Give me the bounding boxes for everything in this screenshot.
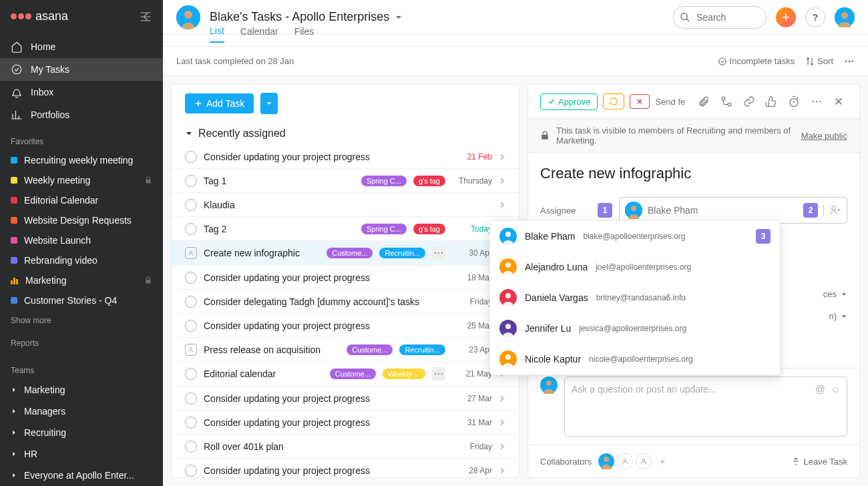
like-icon[interactable]: [763, 93, 780, 110]
team-item[interactable]: Marketing: [0, 379, 163, 401]
favorite-item[interactable]: Customer Stories - Q4: [0, 290, 163, 310]
nav-inbox[interactable]: Inbox: [0, 81, 163, 103]
favorite-item[interactable]: Marketing: [0, 270, 163, 290]
sidebar-collapse-icon[interactable]: [139, 10, 152, 23]
project-pill[interactable]: Custome...: [347, 344, 393, 355]
add-follower-icon[interactable]: [823, 204, 841, 216]
task-row[interactable]: Tag 1Spring C...g's tagThursday: [172, 169, 519, 193]
more-menu-icon[interactable]: [844, 56, 855, 67]
project-pill[interactable]: g's tag: [413, 224, 445, 234]
reject-button[interactable]: [630, 94, 650, 109]
tab-list[interactable]: List: [210, 25, 224, 43]
filter-incomplete[interactable]: Incomplete tasks: [718, 56, 795, 66]
project-pill[interactable]: Custome...: [327, 248, 373, 258]
task-row[interactable]: Klaudia: [172, 193, 519, 217]
project-pill[interactable]: g's tag: [413, 176, 445, 186]
collaborator-avatar[interactable]: [598, 453, 614, 469]
tab-files[interactable]: Files: [294, 26, 314, 42]
complete-checkbox[interactable]: [185, 199, 197, 211]
chevron-down-icon[interactable]: [841, 291, 847, 298]
empty-collaborator-slot[interactable]: [636, 453, 652, 469]
more-icon[interactable]: [808, 93, 825, 110]
more-pills-icon[interactable]: ⋯: [432, 367, 445, 381]
complete-checkbox[interactable]: [185, 393, 197, 405]
section-header[interactable]: Recently assigned: [172, 122, 519, 145]
favorite-item[interactable]: Weekly meeting: [0, 170, 163, 190]
approve-button[interactable]: Approve: [540, 93, 598, 110]
leave-task-button[interactable]: Leave Task: [791, 457, 847, 467]
project-pill[interactable]: Recruitin...: [379, 248, 425, 258]
task-row[interactable]: Press release on acquisitionCustome...Re…: [172, 338, 519, 362]
add-collaborator-button[interactable]: +: [654, 453, 670, 469]
task-row[interactable]: Consider updating your project progress3…: [172, 411, 519, 435]
task-row[interactable]: Consider updating your project progress2…: [172, 387, 519, 411]
complete-checkbox[interactable]: [185, 223, 197, 235]
approval-icon[interactable]: [185, 247, 197, 259]
nav-portfolios[interactable]: Portfolios: [0, 103, 163, 126]
tab-calendar[interactable]: Calendar: [240, 26, 278, 42]
complete-checkbox[interactable]: [185, 151, 197, 163]
complete-checkbox[interactable]: [185, 296, 197, 308]
comment-input[interactable]: Ask a question or post an update... @ ☺: [564, 377, 847, 437]
favorite-item[interactable]: Rebranding video: [0, 250, 163, 270]
complete-checkbox[interactable]: [185, 441, 197, 453]
subtask-icon[interactable]: [718, 93, 735, 110]
complete-checkbox[interactable]: [185, 368, 197, 380]
complete-checkbox[interactable]: [185, 175, 197, 187]
team-item[interactable]: Recruiting: [0, 422, 163, 443]
project-pill[interactable]: Spring C...: [361, 176, 407, 186]
complete-checkbox[interactable]: [185, 465, 197, 477]
make-public-link[interactable]: Make public: [801, 131, 847, 141]
request-changes-button[interactable]: [603, 93, 624, 109]
emoji-icon[interactable]: ☺: [831, 384, 840, 395]
more-pills-icon[interactable]: ⋯: [432, 246, 445, 260]
add-task-dropdown[interactable]: [260, 93, 278, 114]
complete-checkbox[interactable]: [185, 320, 197, 332]
team-item[interactable]: Everyone at Apollo Enter...: [0, 465, 163, 486]
attachment-icon[interactable]: [695, 93, 712, 110]
task-row[interactable]: Consider updating your project progress2…: [172, 145, 519, 169]
favorite-item[interactable]: Recruiting weekly meeting: [0, 150, 163, 170]
close-icon[interactable]: [830, 93, 847, 110]
favorite-item[interactable]: Website Design Requests: [0, 210, 163, 230]
task-row[interactable]: Consider updating your project progress2…: [172, 459, 519, 478]
team-item[interactable]: Managers: [0, 401, 163, 422]
task-row[interactable]: Consider updating your project progress1…: [172, 266, 519, 290]
task-row[interactable]: Consider delegating Tadgh [dummy account…: [172, 290, 519, 314]
person-option[interactable]: Nicole Kapturnicole@apolloenterprises.or…: [490, 344, 780, 375]
task-row[interactable]: Tag 2Spring C...g's tagToday: [172, 217, 519, 241]
app-logo[interactable]: asana: [11, 9, 68, 23]
project-pill[interactable]: Spring C...: [361, 224, 407, 234]
favorite-item[interactable]: Website Launch: [0, 230, 163, 250]
project-pill[interactable]: Weekly ...: [383, 369, 425, 379]
assignee-input[interactable]: 2: [619, 197, 847, 224]
person-option[interactable]: Jennifer Lujessica@apolloenterprises.org: [490, 313, 780, 344]
send-feedback-label[interactable]: Send fe: [655, 97, 684, 107]
person-option[interactable]: Blake Phamblake@apolloenterprises.org3: [490, 221, 780, 252]
nav-my-tasks[interactable]: My Tasks: [0, 58, 163, 81]
nav-home[interactable]: Home: [0, 35, 163, 58]
task-row[interactable]: Editorial calendarCustome...Weekly ...⋯2…: [172, 362, 519, 387]
show-more-link[interactable]: Show more: [0, 310, 163, 330]
favorite-item[interactable]: Editorial Calendar: [0, 190, 163, 210]
team-item[interactable]: HR: [0, 443, 163, 465]
assignee-text-input[interactable]: [648, 205, 798, 216]
chevron-down-icon[interactable]: [841, 313, 847, 320]
project-pill[interactable]: Custome...: [330, 369, 376, 379]
timer-icon[interactable]: [785, 93, 803, 110]
empty-collaborator-slot[interactable]: [617, 453, 633, 469]
sort-button[interactable]: Sort: [805, 56, 833, 66]
project-pill[interactable]: Recruitin...: [399, 344, 445, 355]
chevron-down-icon[interactable]: [395, 13, 403, 21]
mention-icon[interactable]: @: [815, 384, 825, 395]
complete-checkbox[interactable]: [185, 417, 197, 429]
task-title[interactable]: Create new infographic: [540, 165, 847, 182]
person-option[interactable]: Alejandro Lunajoel@apolloenterprises.org: [490, 252, 780, 282]
approval-icon[interactable]: [185, 344, 197, 356]
add-task-button[interactable]: Add Task: [185, 93, 254, 113]
task-row[interactable]: Roll over 401k planFriday: [172, 435, 519, 459]
person-option[interactable]: Daniela Vargasbritney@randasana6.info: [490, 282, 780, 313]
task-row[interactable]: Create new infographicCustome...Recruiti…: [172, 241, 519, 266]
complete-checkbox[interactable]: [185, 272, 197, 284]
task-row[interactable]: Consider updating your project progress2…: [172, 314, 519, 338]
